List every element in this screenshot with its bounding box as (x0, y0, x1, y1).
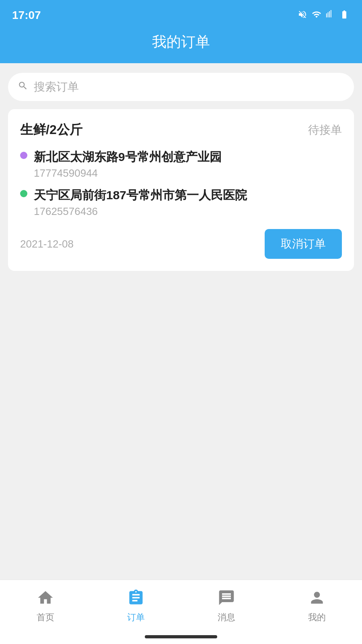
pickup-address-row: 新北区太湖东路9号常州创意产业园 17774590944 (20, 149, 342, 180)
nav-label-message: 消息 (218, 611, 235, 623)
page-title: 我的订单 (0, 32, 362, 52)
search-icon (18, 80, 28, 94)
order-card: 生鲜/2公斤 待接单 新北区太湖东路9号常州创意产业园 17774590944 … (8, 109, 354, 271)
home-icon (37, 589, 54, 609)
nav-item-home[interactable]: 首页 (21, 589, 70, 623)
nav-label-home: 首页 (37, 611, 54, 623)
profile-icon (308, 589, 326, 609)
order-date: 2021-12-08 (20, 238, 74, 250)
pickup-dot (20, 152, 27, 159)
pickup-address-text: 新北区太湖东路9号常州创意产业园 (34, 149, 342, 165)
orders-list: 生鲜/2公斤 待接单 新北区太湖东路9号常州创意产业园 17774590944 … (0, 109, 362, 580)
message-icon (218, 589, 235, 609)
nav-label-order: 订单 (127, 611, 145, 623)
delivery-info: 天宁区局前街187号常州市第一人民医院 17625576436 (34, 187, 342, 218)
nav-item-order[interactable]: 订单 (112, 589, 160, 623)
order-status: 待接单 (308, 122, 342, 138)
delivery-dot (20, 190, 27, 197)
search-placeholder: 搜索订单 (34, 79, 79, 95)
wifi-icon (311, 10, 322, 21)
bottom-nav: 首页 订单 消息 我的 (0, 580, 362, 632)
signal-icon (326, 10, 335, 21)
order-icon (127, 589, 145, 609)
nav-item-message[interactable]: 消息 (202, 589, 251, 623)
pickup-info: 新北区太湖东路9号常州创意产业园 17774590944 (34, 149, 342, 180)
order-footer: 2021-12-08 取消订单 (20, 229, 342, 259)
page-header: 我的订单 (0, 28, 362, 63)
mute-icon (298, 10, 307, 21)
search-container: 搜索订单 (0, 63, 362, 109)
status-time: 17:07 (12, 9, 41, 22)
delivery-phone: 17625576436 (34, 205, 342, 218)
home-indicator-bar (145, 635, 217, 638)
search-bar[interactable]: 搜索订单 (8, 73, 354, 101)
pickup-phone: 17774590944 (34, 167, 342, 180)
status-icons (298, 10, 350, 21)
delivery-address-text: 天宁区局前街187号常州市第一人民医院 (34, 187, 342, 204)
nav-item-profile[interactable]: 我的 (293, 589, 341, 623)
order-card-header: 生鲜/2公斤 待接单 (20, 121, 342, 139)
status-bar: 17:07 (0, 0, 362, 28)
order-title: 生鲜/2公斤 (20, 121, 82, 139)
cancel-order-button[interactable]: 取消订单 (265, 229, 342, 259)
home-indicator (0, 632, 362, 644)
nav-label-profile: 我的 (308, 611, 326, 623)
battery-icon (339, 10, 350, 21)
delivery-address-row: 天宁区局前街187号常州市第一人民医院 17625576436 (20, 187, 342, 218)
